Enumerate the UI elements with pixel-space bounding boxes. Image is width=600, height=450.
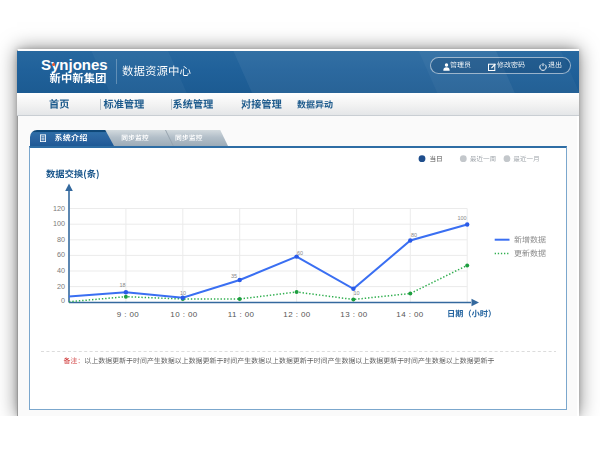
svg-text:100: 100 — [53, 219, 65, 228]
svg-text:20: 20 — [57, 282, 65, 291]
svg-text:12 : 00: 12 : 00 — [283, 310, 310, 319]
svg-text:100: 100 — [457, 215, 466, 221]
svg-text:60: 60 — [297, 250, 303, 256]
svg-text:0: 0 — [61, 296, 65, 305]
svg-text:60: 60 — [57, 250, 65, 259]
svg-text:9 : 00: 9 : 00 — [117, 310, 140, 319]
svg-text:14 : 00: 14 : 00 — [396, 310, 423, 319]
svg-text:80: 80 — [57, 235, 65, 244]
svg-text:18: 18 — [119, 282, 125, 288]
svg-text:10: 10 — [180, 290, 186, 296]
svg-text:80: 80 — [411, 232, 417, 238]
svg-text:40: 40 — [57, 266, 65, 275]
svg-text:10 : 00: 10 : 00 — [170, 310, 197, 319]
svg-text:120: 120 — [53, 204, 65, 213]
svg-text:10: 10 — [353, 290, 359, 296]
svg-text:13 : 00: 13 : 00 — [340, 310, 367, 319]
svg-text:35: 35 — [231, 273, 237, 279]
svg-text:11 : 00: 11 : 00 — [228, 310, 255, 319]
